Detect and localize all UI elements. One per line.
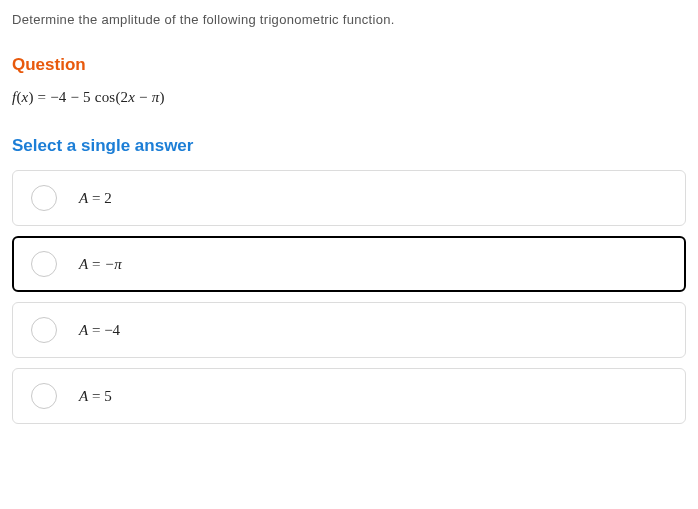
option-d[interactable]: A = 5 — [12, 368, 686, 424]
option-val: −4 — [104, 322, 120, 338]
radio-icon — [31, 383, 57, 409]
instruction-text: Determine the amplitude of the following… — [12, 12, 686, 27]
question-heading: Question — [12, 55, 686, 75]
option-label: A = 2 — [79, 190, 112, 207]
options-list: A = 2 A = −π A = −4 A = 5 — [12, 170, 686, 424]
formula-rhs-inner-b: − — [135, 89, 152, 105]
option-var: A — [79, 322, 88, 338]
question-formula: f(x) = −4 − 5 cos(2x − π) — [12, 89, 686, 106]
option-eq: = — [88, 322, 104, 338]
option-val: −π — [104, 256, 122, 272]
formula-rhs-fn: cos — [95, 89, 116, 105]
option-a[interactable]: A = 2 — [12, 170, 686, 226]
option-eq: = — [88, 388, 104, 404]
radio-icon — [31, 317, 57, 343]
option-c[interactable]: A = −4 — [12, 302, 686, 358]
formula-eq: = — [34, 89, 51, 105]
option-val: 5 — [104, 388, 112, 404]
radio-icon — [31, 185, 57, 211]
radio-icon — [31, 251, 57, 277]
select-answer-heading: Select a single answer — [12, 136, 686, 156]
option-label: A = −π — [79, 256, 122, 273]
option-b[interactable]: A = −π — [12, 236, 686, 292]
formula-rhs-a: −4 − 5 — [50, 89, 95, 105]
option-var: A — [79, 388, 88, 404]
formula-rhs-paren-close: ) — [159, 89, 164, 105]
option-var: A — [79, 190, 88, 206]
option-eq: = — [88, 190, 104, 206]
option-var: A — [79, 256, 88, 272]
option-label: A = −4 — [79, 322, 120, 339]
option-val: 2 — [104, 190, 112, 206]
option-label: A = 5 — [79, 388, 112, 405]
option-eq: = — [88, 256, 104, 272]
